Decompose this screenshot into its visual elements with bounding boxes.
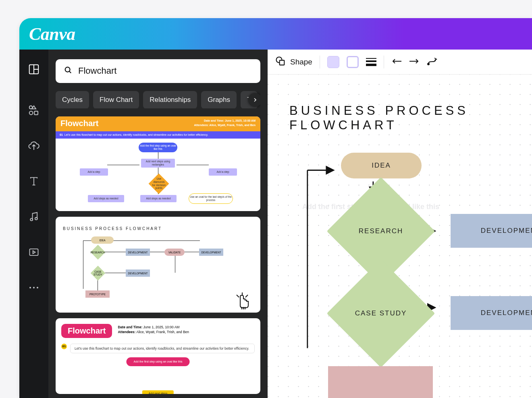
svg-marker-11 [33, 251, 35, 254]
app-body: Cycles Flow Chart Relationships Graphs T… [19, 50, 532, 398]
svg-line-18 [237, 295, 239, 297]
template-1-body: Add the first step using an oval like th… [56, 139, 260, 211]
stroke-color-swatch[interactable] [347, 56, 359, 68]
t3-num: 01 [61, 344, 67, 349]
curve-icon[interactable] [427, 57, 437, 67]
svg-line-16 [69, 71, 71, 73]
svg-point-27 [428, 63, 429, 65]
t2-node-dev2: DEVELOPMENT [199, 249, 223, 256]
t1-node-end: Use an oval for the last step/s of the p… [189, 193, 233, 204]
video-icon[interactable] [28, 246, 40, 258]
svg-point-12 [29, 287, 31, 288]
text-icon[interactable] [28, 175, 40, 187]
t1-node-diamond: Use diamonds for decision points [152, 178, 166, 190]
brand-logo: Canva [29, 24, 75, 44]
toolbar-separator [384, 56, 384, 68]
search-input[interactable] [78, 66, 252, 76]
t2-node-prototype: PROTOTYPE [85, 290, 110, 298]
search-icon [64, 66, 73, 76]
template-card-3[interactable]: Flowchart Date and Time: June 1, 2025, 1… [56, 318, 260, 394]
node-idea-label: IDEA [372, 162, 391, 170]
node-dev-2[interactable]: DEVELOPMENT [451, 296, 532, 330]
t2-node-research: RESEARCH [91, 251, 105, 254]
chip-flow-chart[interactable]: Flow Chart [93, 91, 139, 108]
template-1-meta1: Date and Time: June 1, 2025, 10:00 AM [204, 119, 256, 122]
t3-meta2-val: Alice, Wyatt, Frank, Trish, and Ben [136, 330, 189, 334]
toolbar-separator [320, 56, 320, 68]
svg-line-19 [245, 295, 248, 297]
template-1-meta2: Attendees: Alice, Wyatt, Frank, Trish, a… [194, 124, 256, 126]
node-bottom[interactable] [328, 366, 433, 398]
t1-node-start: Add the first step using an oval like th… [139, 143, 177, 152]
more-icon[interactable] [28, 282, 40, 294]
template-3-badge: Flowchart [61, 324, 112, 338]
elements-icon[interactable] [28, 104, 40, 116]
node-dev-1-label: DEVELOPMENT [481, 227, 532, 235]
node-idea[interactable]: IDEA [341, 153, 422, 178]
chip-scroll-right-button[interactable] [248, 93, 260, 107]
template-3-row: 01 Let's use this flowchart to map out o… [61, 344, 255, 353]
node-research-label: RESEARCH [359, 227, 403, 235]
chip-graphs[interactable]: Graphs [201, 91, 237, 108]
audio-icon[interactable] [28, 211, 40, 223]
t1-node-bl: Add steps as needed [88, 195, 124, 202]
nav-rail [19, 50, 48, 398]
click-cursor-icon [232, 292, 252, 313]
t3-meta1-label: Date and Time: [118, 325, 142, 329]
t2-node-idea: IDEA [91, 236, 114, 244]
svg-point-14 [37, 287, 38, 288]
t3-box: Let's use this flowchart to map out our … [70, 344, 255, 353]
title-bar: Canva [19, 18, 532, 50]
t3-oval: Add the first step using an oval like th… [126, 357, 189, 366]
fill-color-swatch[interactable] [327, 56, 339, 68]
svg-rect-24 [280, 60, 285, 65]
t1-node-bm: Add steps as needed [140, 195, 177, 202]
shape-tool[interactable]: Shape [275, 56, 312, 68]
arrow-left-icon[interactable] [391, 58, 402, 66]
svg-rect-10 [30, 249, 38, 255]
t2-node-validate: VALIDATE [164, 249, 185, 256]
t2-node-dev3: DEVELOPMENT [126, 269, 150, 277]
t2-node-case: CASE STUDY [93, 270, 103, 276]
stroke-weight-button[interactable] [366, 58, 376, 66]
template-1-title: Flowchart [60, 119, 98, 128]
svg-point-13 [33, 287, 35, 288]
t3-meta2-label: Attendees: [118, 330, 135, 334]
shape-icon [275, 56, 286, 68]
canvas[interactable]: BUSINESS PROCESS FLOWCHART Add the first… [268, 75, 532, 398]
t1-node-right: Add a step [209, 168, 237, 176]
template-2-body: IDEA RESEARCH DEVELOPMENT VALIDATE DEVEL… [63, 235, 253, 307]
template-card-1[interactable]: Flowchart Date and Time: June 1, 2025, 1… [56, 116, 260, 211]
template-3-head: Flowchart Date and Time: June 1, 2025, 1… [61, 324, 255, 338]
template-1-banner-num: 01 [60, 133, 63, 136]
svg-rect-4 [34, 111, 38, 115]
chip-relationships[interactable]: Relationships [143, 91, 197, 108]
template-list[interactable]: Flowchart Date and Time: June 1, 2025, 1… [56, 116, 260, 398]
search-box[interactable] [56, 59, 260, 83]
toolbar: Shape [268, 50, 532, 75]
template-3-meta: Date and Time: June 1, 2025, 10:00 AM At… [118, 325, 189, 335]
node-dev-1[interactable]: DEVELOPMENT [451, 214, 532, 248]
templates-icon[interactable] [28, 63, 40, 75]
arrow-right-icon[interactable] [409, 58, 420, 66]
chip-row: Cycles Flow Chart Relationships Graphs T [56, 91, 260, 108]
template-card-2[interactable]: BUSINESS PROCESS FLOWCHART IDEA RESEARCH [56, 217, 260, 312]
uploads-icon[interactable] [28, 140, 40, 152]
t2-node-dev1: DEVELOPMENT [126, 249, 150, 256]
svg-point-15 [65, 67, 70, 72]
t3-rect: Add next steps [142, 390, 174, 394]
app-window: Canva [19, 18, 532, 398]
t1-node-step1: Add next steps using rectangles [141, 159, 175, 168]
chip-cycles[interactable]: Cycles [56, 91, 89, 108]
t3-meta1-val: June 1, 2025, 10:00 AM [143, 325, 180, 329]
svg-point-8 [30, 218, 33, 221]
node-research[interactable]: RESEARCH [343, 193, 419, 269]
template-1-meta: Date and Time: June 1, 2025, 10:00 AM At… [194, 119, 256, 127]
shape-label: Shape [290, 58, 312, 66]
template-1-banner: 01 Let's use this flowchart to map out o… [56, 131, 260, 139]
editor: Shape BUSINE [268, 50, 532, 398]
template-1-header: Flowchart Date and Time: June 1, 2025, 1… [56, 116, 260, 131]
node-case-study[interactable]: CASE STUDY [343, 275, 419, 352]
template-2-title: BUSINESS PROCESS FLOWCHART [63, 226, 253, 231]
svg-point-3 [29, 111, 33, 115]
